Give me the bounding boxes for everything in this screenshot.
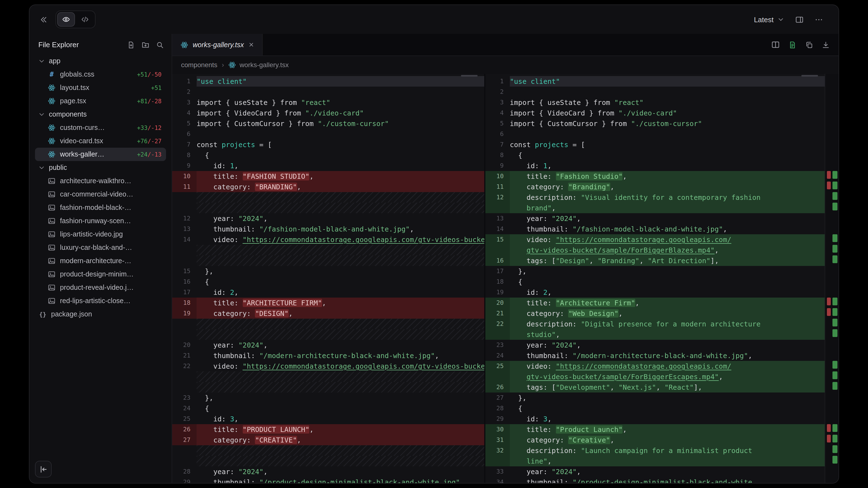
folder-row-app[interactable]: app (35, 55, 166, 68)
code-line[interactable]: 21 thumbnail: "/modern-architecture-blac… (172, 350, 484, 361)
code-line[interactable]: 6 (485, 129, 825, 139)
close-tab-icon[interactable] (248, 42, 254, 48)
code-line[interactable]: line", (485, 456, 825, 466)
code-line[interactable]: 6 (172, 129, 484, 139)
code-line[interactable]: 28 { (485, 403, 825, 414)
code-line[interactable]: 16 tags: ["Design", "Branding", "Art Dir… (485, 255, 825, 266)
code-line[interactable]: 21 category: "Web Design", (485, 308, 825, 319)
file-row[interactable]: fashion-model-black-… (35, 201, 166, 214)
version-dropdown[interactable]: Latest (754, 15, 784, 24)
code-line[interactable]: 29 id: 3, (485, 414, 825, 424)
file-plus-icon[interactable] (127, 41, 135, 48)
collapse-sidebar-button[interactable] (35, 461, 52, 478)
file-row[interactable]: car-commercial-video… (35, 188, 166, 201)
code-line[interactable]: 31 category: "Creative", (485, 435, 825, 445)
code-line[interactable]: 12 year: "2024", (172, 213, 484, 224)
code-line[interactable]: 4import { VideoCard } from "./video-card… (485, 108, 825, 118)
code-line[interactable]: 2 (172, 87, 484, 97)
folder-row-components[interactable]: components (35, 108, 166, 121)
search-icon[interactable] (156, 41, 164, 48)
code-line[interactable]: 13 year: "2024", (485, 213, 825, 224)
code-line[interactable]: 18 { (485, 276, 825, 287)
copy-button[interactable] (805, 41, 813, 48)
code-line[interactable]: 19 id: 2, (485, 287, 825, 298)
file-row[interactable]: luxury-car-black-and-… (35, 241, 166, 254)
file-row[interactable]: product-design-minim… (35, 268, 166, 281)
file-row[interactable]: lips-artistic-video.jpg (35, 228, 166, 241)
code-line[interactable]: 10 title: "FASHION STUDIO", (172, 171, 484, 182)
code-line[interactable]: 7const projects = [ (172, 139, 484, 150)
code-line[interactable]: 7const projects = [ (485, 139, 825, 150)
file-row[interactable]: video-card.tsx+76/-27 (35, 134, 166, 148)
code-line[interactable]: gtv-videos-bucket/sample/ForBiggerEscape… (485, 371, 825, 382)
code-line[interactable]: 8 { (485, 150, 825, 160)
code-line[interactable]: 14 thumbnail: "/fashion-model-black-and-… (485, 224, 825, 234)
code-line[interactable]: 8 { (172, 150, 484, 160)
download-button[interactable] (822, 41, 830, 48)
panel-right-button[interactable] (795, 15, 804, 24)
code-line[interactable]: 5import { CustomCursor } from "./custom-… (172, 118, 484, 129)
code-line[interactable]: gtv-videos-bucket/sample/ForBiggerBlazes… (485, 245, 825, 255)
code-line[interactable]: 25 id: 3, (172, 414, 484, 424)
code-line[interactable]: 4import { VideoCard } from "./video-card… (172, 108, 484, 118)
code-line[interactable]: studio", (485, 329, 825, 340)
code-line[interactable]: 27 }, (485, 392, 825, 403)
code-line[interactable]: 24 thumbnail: "/modern-architecture-blac… (485, 350, 825, 361)
h-scrollbar[interactable] (801, 75, 818, 76)
code-toggle-button[interactable] (76, 12, 94, 27)
code-line[interactable]: 19 category: "DESIGN", (172, 308, 484, 319)
file-row[interactable]: fashion-runway-scen… (35, 214, 166, 228)
code-line[interactable]: 33 year: "2024", (485, 466, 825, 477)
code-line[interactable]: 10 title: "Fashion Studio", (485, 171, 825, 182)
code-line[interactable]: 34 thumbnail: "/product-design-minimalis… (485, 477, 825, 483)
code-line[interactable]: 17 id: 2, (172, 287, 484, 298)
file-row[interactable]: product-reveal-video.j… (35, 281, 166, 294)
file-row[interactable]: custom-curs…+33/-12 (35, 121, 166, 134)
file-row[interactable]: page.tsx+81/-28 (35, 94, 166, 108)
eye-toggle-button[interactable] (57, 12, 75, 27)
code-line[interactable]: 26 tags: ["Development", "Next.js", "Rea… (485, 382, 825, 392)
file-row[interactable]: modern-architecture-… (35, 254, 166, 268)
tab-works-gallery[interactable]: works-gallery.tsx (172, 34, 263, 56)
code-line[interactable]: 15 }, (172, 266, 484, 276)
code-line[interactable]: 12 description: "Visual identity for a c… (485, 192, 825, 203)
code-line[interactable]: 9 id: 1, (172, 160, 484, 171)
folder-row-public[interactable]: public (35, 161, 166, 174)
folder-plus-icon[interactable] (142, 41, 149, 48)
code-line[interactable]: 20 title: "Architecture Firm", (485, 298, 825, 308)
code-line[interactable]: 24 { (172, 403, 484, 414)
code-line[interactable]: 1"use client" (485, 76, 825, 87)
code-line[interactable]: 9 id: 1, (485, 160, 825, 171)
breadcrumb-file[interactable]: works-gallery.tsx (228, 61, 289, 69)
code-line[interactable]: brand", (485, 203, 825, 213)
code-line[interactable]: 5import { CustomCursor } from "./custom-… (485, 118, 825, 129)
code-line[interactable]: 30 title: "Product Launch", (485, 424, 825, 435)
file-row[interactable]: works-galler…+24/-13 (35, 148, 166, 161)
file-row[interactable]: {}package.json (35, 307, 166, 321)
file-row[interactable]: #globals.css+51/-50 (35, 68, 166, 81)
ellipsis-button[interactable] (815, 15, 823, 24)
code-line[interactable]: 15 video: "https://commondatastorage.goo… (485, 234, 825, 245)
diff-overview-ruler[interactable] (825, 74, 839, 483)
code-line[interactable]: 11 category: "Branding", (485, 182, 825, 192)
code-line[interactable]: 23 year: "2024", (485, 340, 825, 350)
collapse-panel-button[interactable] (39, 15, 48, 24)
code-line[interactable]: 13 thumbnail: "/fashion-model-black-and-… (172, 224, 484, 234)
code-line[interactable]: 11 category: "BRANDING", (172, 182, 484, 192)
code-line[interactable]: 22 video: "https://commondatastorage.goo… (172, 361, 484, 371)
code-line[interactable]: 26 title: "PRODUCT LAUNCH", (172, 424, 484, 435)
breadcrumb-folder[interactable]: components (181, 61, 217, 69)
code-line[interactable]: 14 video: "https://commondatastorage.goo… (172, 234, 484, 245)
code-line[interactable]: 3import { useState } from "react" (172, 97, 484, 108)
code-line[interactable]: 28 year: "2024", (172, 466, 484, 477)
code-line[interactable]: 1"use client" (172, 76, 484, 87)
code-line[interactable]: 27 category: "CREATIVE", (172, 435, 484, 445)
code-line[interactable]: 2 (485, 87, 825, 97)
file-row[interactable]: red-lips-artistic-close… (35, 294, 166, 307)
code-line[interactable]: 17 }, (485, 266, 825, 276)
code-line[interactable]: 20 year: "2024", (172, 340, 484, 350)
code-line[interactable]: 23 }, (172, 392, 484, 403)
file-diff-button[interactable] (788, 41, 796, 48)
split-button[interactable] (771, 40, 780, 49)
code-line[interactable]: 25 video: "https://commondatastorage.goo… (485, 361, 825, 371)
